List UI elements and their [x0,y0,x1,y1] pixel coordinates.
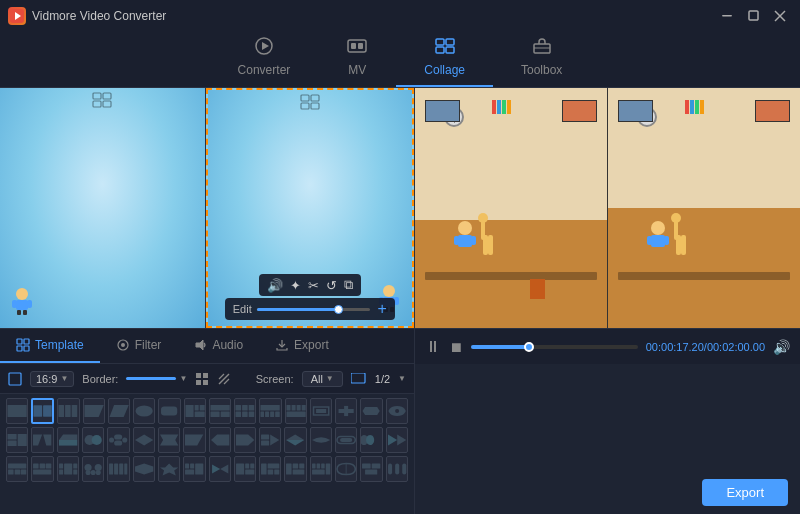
tpl-cell-2-5[interactable] [107,427,129,453]
svg-point-165 [458,221,472,235]
btab-audio[interactable]: Audio [177,329,259,363]
svg-rect-150 [293,463,299,468]
screen-select[interactable]: All ▼ [302,371,343,387]
tpl-cell-2-7[interactable] [158,427,180,453]
volume-icon[interactable]: 🔊 [267,278,283,293]
tpl-cell-3-9[interactable] [209,456,231,482]
tpl-cell-2-8[interactable] [183,427,205,453]
btab-template[interactable]: Template [0,329,100,363]
tpl-cell-1-12[interactable] [285,398,307,424]
svg-marker-104 [135,434,153,445]
video-slot-2[interactable]: 🔊 ✦ ✂ ↺ ⧉ Edit + [206,88,415,328]
tpl-cell-2-2[interactable] [31,427,53,453]
btab-filter[interactable]: Filter [100,329,178,363]
edit-plus-btn[interactable]: + [377,300,386,318]
tpl-cell-3-11[interactable] [259,456,281,482]
svg-rect-160 [372,463,381,468]
tpl-cell-2-1[interactable] [6,427,28,453]
scissors-icon[interactable]: ✂ [308,278,319,293]
tpl-cell-1-7[interactable] [158,398,180,424]
tpl-cell-2-11[interactable] [259,427,281,453]
tpl-cell-2-10[interactable] [234,427,256,453]
tpl-cell-1-13[interactable] [310,398,332,424]
progress-bar[interactable] [471,345,638,349]
tpl-cell-2-16[interactable] [386,427,408,453]
svg-rect-133 [114,463,118,474]
minimize-btn[interactable] [716,6,740,26]
tpl-cell-1-6[interactable] [133,398,155,424]
svg-rect-67 [194,412,204,418]
preview-floor [415,208,607,328]
tpl-cell-1-10[interactable] [234,398,256,424]
btab-export[interactable]: Export [259,329,345,363]
tpl-cell-1-1[interactable] [6,398,28,424]
svg-rect-156 [325,463,330,474]
svg-point-90 [395,409,399,413]
tpl-cell-1-2[interactable] [31,398,54,424]
tpl-cell-3-5[interactable] [107,456,129,482]
tpl-cell-2-14[interactable] [335,427,357,453]
stop-btn[interactable]: ⏹ [449,339,463,355]
tpl-cell-1-14[interactable] [335,398,357,424]
tpl-cell-1-4[interactable] [83,398,105,424]
undo-icon[interactable]: ↺ [326,278,337,293]
tpl-cell-3-2[interactable] [31,456,53,482]
tpl-cell-3-16[interactable] [386,456,408,482]
tab-mv[interactable]: MV [318,29,396,87]
tpl-cell-2-13[interactable] [310,427,332,453]
export-button[interactable]: Export [702,479,788,506]
collage-icon [434,37,456,60]
tpl-cell-2-15[interactable] [360,427,382,453]
tpl-cell-3-1[interactable] [6,456,28,482]
tpl-cell-3-13[interactable] [310,456,332,482]
tpl-cell-1-3[interactable] [57,398,79,424]
page-num: 1/2 [375,373,390,385]
svg-rect-47 [203,373,208,378]
tpl-cell-3-4[interactable] [82,456,104,482]
tpl-cell-2-3[interactable] [57,427,79,453]
svg-rect-103 [122,437,127,442]
volume-btn[interactable]: 🔊 [773,339,790,355]
svg-rect-122 [59,463,63,468]
video-slot-1[interactable] [0,88,206,328]
tpl-cell-2-12[interactable] [284,427,306,453]
tpl-cell-3-10[interactable] [234,456,256,482]
copy-icon[interactable]: ⧉ [344,277,353,293]
tab-converter[interactable]: Converter [210,29,319,87]
tpl-cell-3-3[interactable] [57,456,79,482]
tpl-cell-3-6[interactable] [133,456,155,482]
edit-slider[interactable] [257,308,371,311]
tpl-cell-3-12[interactable] [284,456,306,482]
tpl-cell-2-6[interactable] [133,427,155,453]
svg-point-173 [651,221,665,235]
tab-toolbox[interactable]: Toolbox [493,29,590,87]
btab-filter-label: Filter [135,338,162,352]
svg-rect-137 [185,463,189,468]
tpl-cell-1-15[interactable] [360,398,382,424]
preview-chair [530,279,545,299]
tpl-cell-3-7[interactable] [158,456,180,482]
tpl-cell-2-9[interactable] [209,427,231,453]
ratio-select[interactable]: 16:9 ▼ [30,371,74,387]
tpl-cell-1-5[interactable] [108,398,130,424]
tpl-cell-3-8[interactable] [183,456,205,482]
svg-rect-140 [185,470,194,475]
toolbox-icon [531,37,553,60]
maximize-btn[interactable] [742,6,766,26]
svg-marker-111 [286,440,304,446]
close-btn[interactable] [768,6,792,26]
tpl-cell-1-8[interactable] [184,398,206,424]
edit-label: Edit [233,303,252,315]
svg-rect-155 [321,463,325,468]
star-icon[interactable]: ✦ [290,278,301,293]
tpl-cell-2-4[interactable] [82,427,104,453]
border-slider[interactable] [126,377,176,380]
tpl-cell-1-16[interactable] [386,398,408,424]
tpl-cell-3-14[interactable] [335,456,357,482]
export-btn-container: Export [702,479,788,506]
pause-btn[interactable]: ⏸ [425,338,441,356]
tpl-cell-1-9[interactable] [209,398,231,424]
tab-collage[interactable]: Collage [396,29,493,87]
tpl-cell-3-15[interactable] [360,456,382,482]
tpl-cell-1-11[interactable] [259,398,281,424]
